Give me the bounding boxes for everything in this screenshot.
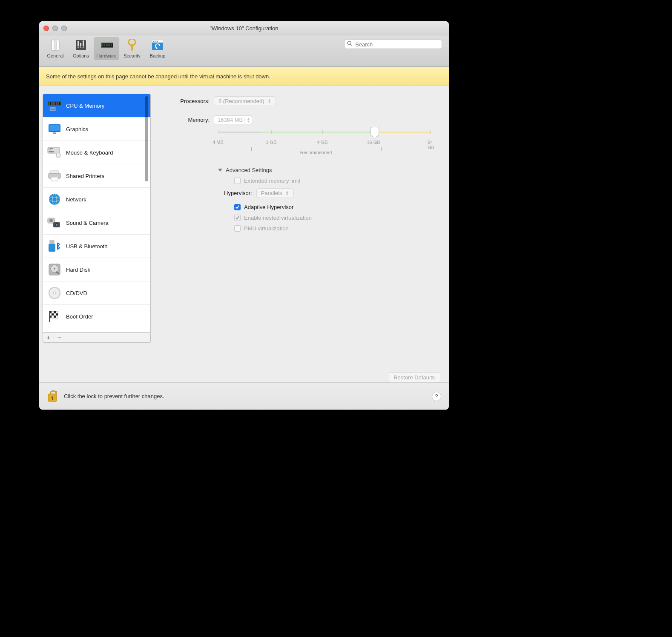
svg-point-48 — [56, 153, 60, 158]
svg-rect-60 — [50, 241, 54, 244]
memory-stepper[interactable]: ▲▼ — [244, 117, 250, 123]
pmu-virtualization-row: PMU virtualization — [234, 225, 440, 232]
svg-point-69 — [53, 292, 56, 294]
processors-select[interactable]: 8 (Recommended) ▲▼ — [214, 96, 276, 106]
ram-icon: cpu — [47, 99, 62, 112]
svg-rect-5 — [83, 40, 84, 46]
svg-rect-51 — [51, 177, 58, 181]
tab-backup[interactable]: Backup — [145, 37, 170, 60]
tab-security[interactable]: Security — [119, 37, 145, 60]
sidebar-item-label: CPU & Memory — [66, 103, 104, 109]
backup-icon — [151, 39, 164, 52]
flag-icon — [47, 310, 62, 323]
add-device-button[interactable]: + — [43, 333, 54, 342]
remove-device-button[interactable]: − — [54, 333, 65, 342]
hard-disk-icon — [47, 263, 62, 276]
sidebar-item-cpu-memory[interactable]: cpu CPU & Memory — [43, 94, 150, 118]
processors-label: Processors: — [166, 98, 214, 104]
svg-point-21 — [155, 41, 156, 42]
memory-input[interactable]: 16384 MB ▲▼ — [214, 115, 252, 124]
memory-slider[interactable] — [218, 127, 431, 137]
sidebar-item-label: Graphics — [66, 126, 88, 132]
sidebar-item-label: Sound & Camera — [66, 220, 109, 226]
svg-point-7 — [80, 47, 81, 48]
search-field[interactable] — [344, 40, 442, 49]
svg-point-8 — [83, 47, 84, 48]
tab-label: Backup — [150, 53, 166, 58]
sidebar-item-cd-dvd[interactable]: CD/DVD — [43, 281, 150, 305]
title-bar: "Windows 10" Configuration — [39, 21, 449, 35]
sidebar-item-label: USB & Bluetooth — [66, 243, 108, 250]
extended-memory-checkbox[interactable] — [234, 178, 241, 184]
svg-rect-33 — [57, 102, 59, 105]
disc-icon — [47, 287, 62, 299]
svg-rect-61 — [49, 244, 55, 252]
search-input[interactable] — [354, 41, 439, 48]
printer-icon — [47, 169, 62, 182]
window-title: "Windows 10" Configuration — [39, 25, 449, 32]
help-button[interactable]: ? — [432, 392, 441, 401]
svg-rect-4 — [80, 43, 81, 46]
tab-general[interactable]: General — [43, 37, 68, 60]
pmu-virtualization-label: PMU virtualization — [244, 225, 289, 232]
svg-point-52 — [49, 194, 60, 205]
svg-rect-46 — [50, 149, 51, 150]
svg-point-65 — [54, 268, 55, 270]
advanced-settings-panel: Extended memory limit Hypervisor: Parall… — [234, 178, 440, 232]
general-icon — [49, 39, 62, 52]
tab-label: Options — [73, 53, 89, 58]
advanced-settings-label: Advanced Settings — [226, 167, 272, 173]
svg-rect-72 — [54, 311, 56, 313]
scrollbar-thumb[interactable] — [145, 96, 148, 181]
sidebar-item-usb-bluetooth[interactable]: USB & Bluetooth — [43, 235, 150, 258]
pmu-virtualization-checkbox[interactable] — [234, 225, 241, 232]
advanced-settings-toggle[interactable]: Advanced Settings — [218, 167, 440, 173]
tab-label: Hardware — [96, 53, 117, 58]
options-icon — [75, 39, 87, 52]
sidebar-scrollbar[interactable] — [144, 95, 149, 331]
hypervisor-select[interactable]: Parallels ▲▼ — [256, 188, 294, 198]
chevron-updown-icon: ▲▼ — [286, 191, 289, 196]
sidebar-item-label: Network — [66, 196, 86, 203]
settings-content: Processors: 8 (Recommended) ▲▼ Memory: 1… — [151, 86, 449, 380]
sidebar-item-mouse-keyboard[interactable]: Mouse & Keyboard — [43, 141, 150, 164]
tab-hardware[interactable]: Hardware — [94, 37, 119, 60]
lock-icon[interactable] — [46, 388, 59, 405]
sidebar-item-label: Shared Printers — [66, 173, 104, 179]
restore-defaults-button[interactable]: Restore Defaults — [388, 372, 440, 383]
sidebar-item-label: CD/DVD — [66, 290, 87, 296]
sidebar-item-network[interactable]: Network — [43, 188, 150, 211]
slider-knob[interactable] — [370, 127, 379, 136]
svg-line-25 — [350, 44, 352, 46]
svg-rect-47 — [49, 151, 54, 152]
usb-bluetooth-icon — [47, 240, 62, 253]
config-window: "Windows 10" Configuration General Optio… — [39, 21, 449, 410]
processors-value: 8 (Recommended) — [218, 98, 264, 104]
zoom-window-button[interactable] — [61, 26, 67, 31]
svg-rect-13 — [106, 44, 107, 46]
sidebar-item-sound-camera[interactable]: Sound & Camera — [43, 211, 150, 235]
memory-row: Memory: 16384 MB ▲▼ — [166, 115, 440, 124]
close-window-button[interactable] — [43, 26, 49, 31]
tab-options[interactable]: Options — [68, 37, 94, 60]
sidebar-item-label: Hard Disk — [66, 267, 90, 273]
svg-rect-76 — [54, 316, 56, 318]
nested-virtualization-checkbox[interactable] — [234, 215, 241, 221]
tab-label: Security — [123, 53, 141, 58]
sidebar-item-hard-disk[interactable]: Hard Disk — [43, 258, 150, 281]
sidebar-item-boot-order[interactable]: Boot Order — [43, 305, 150, 328]
sidebar-item-shared-printers[interactable]: Shared Printers — [43, 164, 150, 188]
svg-rect-3 — [78, 41, 79, 46]
sidebar-item-label: Mouse & Keyboard — [66, 149, 113, 156]
svg-point-24 — [347, 41, 351, 45]
minimize-window-button[interactable] — [52, 26, 58, 31]
adaptive-hypervisor-row: Adaptive Hypervisor — [234, 204, 440, 210]
toolbar: General Options Hardware Security Backup — [39, 35, 449, 67]
sidebar-item-graphics[interactable]: Graphics — [43, 118, 150, 141]
svg-rect-28 — [49, 102, 50, 105]
sidebar-item-label: Boot Order — [66, 313, 93, 320]
security-icon — [126, 39, 138, 52]
warning-banner: Some of the settings on this page cannot… — [39, 67, 449, 86]
extended-memory-row: Extended memory limit — [234, 178, 440, 184]
adaptive-hypervisor-checkbox[interactable] — [234, 204, 241, 210]
